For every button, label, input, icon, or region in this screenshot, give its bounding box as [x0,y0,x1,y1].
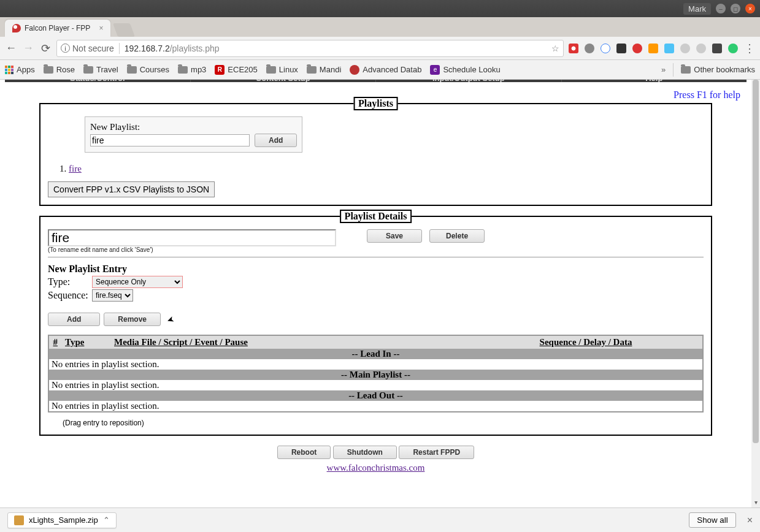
folder-icon [127,66,137,74]
apps-button[interactable]: Apps [5,65,35,74]
bookmarks-bar: Apps Rose Travel Courses mp3 RECE205 Lin… [0,60,760,80]
bookmark-folder-travel[interactable]: Travel [83,65,118,74]
window-user[interactable]: Mark [683,3,711,15]
extension-icon[interactable] [696,44,706,53]
bookmark-folder-mandi[interactable]: Mandi [307,65,341,74]
bookmark-folder-courses[interactable]: Courses [127,65,169,74]
window-titlebar: Mark – ◻ × [0,0,760,17]
extension-icon[interactable] [648,44,658,53]
new-tab-button[interactable] [113,23,135,37]
window-close-icon[interactable]: × [745,4,755,13]
window-maximize-icon[interactable]: ◻ [731,4,740,13]
browser-tab[interactable]: Falcon Player - FPP × [5,20,110,37]
bookmark-folder-rose[interactable]: Rose [44,65,75,74]
forward-button: → [22,42,34,55]
fpp-favicon-icon [12,24,21,32]
extension-icon[interactable] [569,44,578,53]
folder-icon [681,66,691,74]
back-button[interactable]: ← [5,42,17,55]
folder-icon [178,66,188,74]
separator [673,63,674,77]
apps-label: Apps [17,65,35,74]
site-icon: e [430,65,440,75]
insecure-label: Not secure [72,44,114,53]
folder-icon [307,66,317,74]
extension-icons: ⋮ [569,42,755,55]
extension-icon[interactable] [664,44,674,53]
extension-icon[interactable] [601,44,610,53]
menu-icon[interactable]: ⋮ [744,42,755,55]
bookmark-advanced-datab[interactable]: Advanced Datab [350,65,421,75]
folder-icon [44,66,53,74]
extension-icon[interactable] [632,44,642,53]
window-minimize-icon[interactable]: – [716,4,726,13]
reload-button[interactable]: ⟳ [39,42,52,55]
bookmark-schedule-lookup[interactable]: eSchedule Looku [430,65,500,75]
extension-icon[interactable] [712,44,722,53]
address-bar[interactable]: i Not secure 192.168.7.2/playlists.php ☆ [56,40,564,57]
bookmarks-overflow-icon[interactable]: » [661,65,666,74]
site-icon [350,65,359,75]
bookmark-folder-mp3[interactable]: mp3 [178,65,206,74]
url-text: 192.168.7.2/playlists.php [125,44,548,53]
other-bookmarks[interactable]: Other bookmarks [681,65,755,74]
folder-icon [83,66,93,74]
extension-icon[interactable] [728,44,738,53]
address-separator [119,43,120,54]
apps-icon [5,66,13,74]
extension-icon[interactable] [585,44,594,53]
browser-toolbar: ← → ⟳ i Not secure 192.168.7.2/playlists… [0,37,760,60]
extension-icon[interactable] [616,44,626,53]
tab-title: Falcon Player - FPP [25,24,90,32]
bookmark-ece205[interactable]: RECE205 [215,65,257,75]
folder-icon [266,66,276,74]
tab-close-icon[interactable]: × [99,24,103,32]
tab-strip: Falcon Player - FPP × [0,17,760,37]
bookmark-folder-linux[interactable]: Linux [266,65,298,74]
site-icon: R [215,65,225,75]
insecure-indicator[interactable]: i Not secure [61,44,114,53]
bookmark-star-icon[interactable]: ☆ [551,44,559,53]
extension-icon[interactable] [680,44,690,53]
info-icon: i [61,44,70,53]
